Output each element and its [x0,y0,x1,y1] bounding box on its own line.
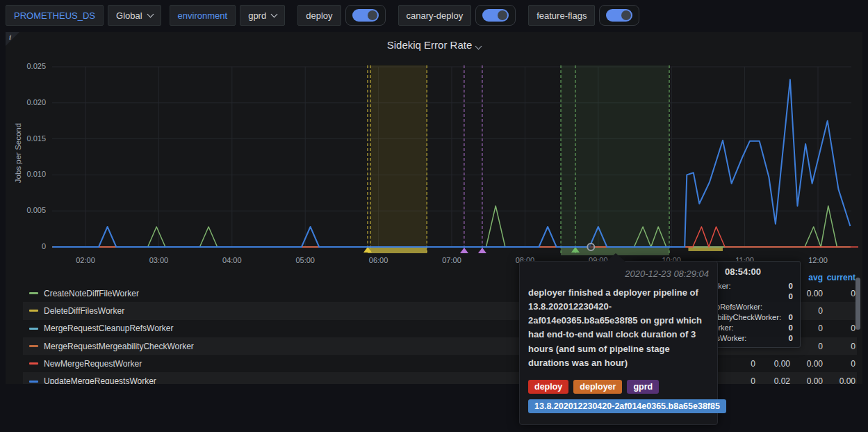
toggle-on-pill [606,9,632,22]
annotation-timestamp: 2020-12-23 08:29:04 [520,262,717,283]
legend-series-name[interactable]: MergeRequestCleanupRefsWorker [44,323,174,333]
toggle-knob [368,10,377,20]
feature-flags-toggle-label: feature-flags [528,5,595,26]
legend-series-name[interactable]: CreateNoteDiffFileWorker [44,289,139,298]
annotation-tag[interactable]: deploy [528,380,568,394]
tooltip-arrow [606,253,625,262]
series-color-swatch [29,328,38,330]
legend-current-value: 0 [814,342,855,351]
annotation-tooltip: 2020-12-23 08:29:04 deployer finished a … [519,261,718,425]
legend-series-name[interactable]: DeleteDiffFilesWorker [44,306,124,316]
legend-current-value: 0 [814,323,855,333]
series-color-swatch [29,345,38,347]
release-tag[interactable]: 13.8.202012230420-2af014e0365.b8a65e38f8… [528,399,726,413]
hover-series-value: 0 [789,334,793,342]
legend-current-value: 0.00 [814,376,855,384]
datasource-dropdown[interactable]: Global [108,5,161,26]
hover-series-value: 0 [789,282,793,290]
environment-dropdown[interactable]: gprd [240,5,285,26]
deploy-toggle-label: deploy [297,5,341,26]
series-color-swatch [29,310,38,312]
toggle-knob [621,10,631,20]
annotation-tag[interactable]: deployer [573,380,622,394]
datasource-label[interactable]: PROMETHEUS_DS [6,5,104,26]
legend-current-value: 0 [814,359,855,369]
legend-row: UpdateMergeRequestsWorker00.020.000.00 [23,372,857,384]
deploy-toggle[interactable] [345,5,386,26]
hover-series-value: 0 [789,323,793,332]
series-color-swatch [29,381,38,383]
feature-flags-toggle[interactable] [599,5,639,26]
environment-label[interactable]: environment [170,5,236,26]
annotation-tags: deploydeployergprd [520,374,717,394]
annotation-tag[interactable]: gprd [627,380,659,394]
series-color-swatch [29,292,38,294]
legend-series-name[interactable]: MergeRequestMergeabilityCheckWorker [44,342,194,351]
chevron-down-icon [147,10,154,17]
canary-deploy-toggle[interactable] [475,5,516,26]
legend-sort-current[interactable]: current [814,273,855,282]
datasource-value: Global [116,10,142,21]
legend-current-value: 0 [814,289,855,298]
legend-series-name[interactable]: UpdateMergeRequestsWorker [44,376,156,384]
environment-value: gprd [248,10,266,21]
canary-deploy-toggle-label: canary-deploy [398,5,472,26]
toggle-on-pill [352,9,379,22]
legend-scrollbar[interactable] [855,278,860,330]
series-color-swatch [29,362,38,365]
toggle-on-pill [482,9,509,22]
legend-row: NewMergeRequestWorker00.000.000 [23,355,857,372]
toggle-knob [498,10,507,20]
hover-series-value: 0 [789,292,793,301]
annotation-text: deployer finished a deployer pipeline of… [520,283,717,374]
hover-series-value: 0 [789,313,793,321]
legend-series-name[interactable]: NewMergeRequestWorker [44,359,142,369]
dashboard-controls-bar: PROMETHEUS_DS Global environment gprd de… [0,0,868,31]
chevron-down-icon [271,10,278,17]
